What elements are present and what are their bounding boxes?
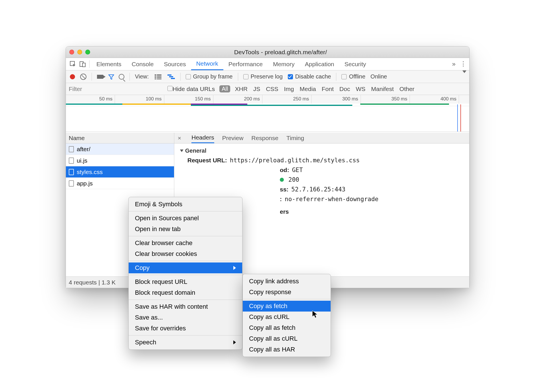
request-context-menu: Emoji & SymbolsOpen in Sources panelOpen… [128,197,242,350]
remote-address-value: 52.7.166.25:443 [291,186,345,193]
filter-type-other[interactable]: Other [399,86,414,92]
remote-address-label-tail: ss: [280,186,288,193]
status-summary: 4 requests | 1.3 K [69,279,116,286]
close-window-button[interactable] [69,50,74,54]
menu-item[interactable]: Save as HAR with content [129,301,242,312]
disable-cache-toggle[interactable]: Disable cache [288,73,331,80]
detail-tab-response[interactable]: Response [251,133,278,143]
more-tabs-icon[interactable]: » [452,60,456,68]
request-list-header[interactable]: Name [66,133,174,144]
panel-tab-console[interactable]: Console [127,58,159,70]
request-method-label-tail: od: [280,167,289,173]
timeline-tick: 250 ms [262,95,312,104]
referrer-policy-label-tail: : [280,196,282,203]
settings-menu-icon[interactable]: ⋮ [460,60,467,68]
detail-tab-preview[interactable]: Preview [222,133,244,143]
menu-item[interactable]: Save for overrides [129,323,242,334]
minimize-window-button[interactable] [77,50,82,54]
filter-type-all[interactable]: All [219,85,230,92]
request-row[interactable]: styles.css [66,166,174,178]
clear-button[interactable] [80,74,86,80]
menu-item[interactable]: Copy response [243,287,331,298]
hide-data-urls-toggle[interactable]: Hide data URLs [167,86,215,92]
response-headers-label-tail: ers [280,208,289,215]
file-icon [69,180,74,187]
status-dot-icon [280,178,284,182]
throttling-select[interactable]: Online [371,73,387,80]
filter-type-ws[interactable]: WS [356,86,365,92]
view-label: View: [135,73,149,80]
search-icon[interactable] [119,74,124,80]
request-row[interactable]: after/ [66,144,174,155]
panel-tab-elements[interactable]: Elements [91,58,127,70]
filter-types: XHRJSCSSImgMediaFontDocWSManifestOther [235,86,414,92]
panel-tab-application[interactable]: Application [300,58,339,70]
screenshot-icon[interactable] [97,75,103,79]
panel-tab-sources[interactable]: Sources [159,58,191,70]
timeline-tick: 350 ms [361,95,410,104]
filter-type-doc[interactable]: Doc [339,86,350,92]
status-code-value: 200 [288,176,299,183]
filter-type-img[interactable]: Img [284,86,294,92]
filter-toggle-icon[interactable] [108,74,114,79]
timeline-tick: 300 ms [312,95,361,104]
menu-item[interactable]: Open in new tab [129,224,242,235]
offline-toggle[interactable]: Offline [341,73,365,80]
menu-item[interactable]: Clear browser cache [129,238,242,248]
device-toolbar-icon[interactable] [78,58,88,70]
preserve-log-toggle[interactable]: Preserve log [243,73,283,80]
detail-tab-timing[interactable]: Timing [286,133,304,143]
network-main: Name after/ui.jsstyles.cssapp.js × Heade… [66,133,469,276]
filter-type-xhr[interactable]: XHR [235,86,247,92]
request-name: after/ [77,146,90,153]
panel-tab-network[interactable]: Network [191,58,223,70]
submenu-arrow-icon [233,340,236,344]
filter-type-js[interactable]: JS [253,86,260,92]
inspect-element-icon[interactable] [68,58,78,70]
menu-item[interactable]: Copy all as cURL [243,333,331,344]
panel-tab-memory[interactable]: Memory [268,58,300,70]
filter-input[interactable] [69,86,163,92]
record-button[interactable] [70,74,75,79]
view-waterfall-icon[interactable] [167,73,175,80]
menu-item[interactable]: Save as... [129,312,242,323]
detail-tab-headers[interactable]: Headers [191,133,214,143]
svg-rect-4 [157,74,161,76]
general-section-header[interactable]: General [180,147,464,154]
throttling-dropdown-icon[interactable] [462,70,466,73]
menu-item[interactable]: Block request URL [129,276,242,287]
menu-item[interactable]: Copy link address [243,276,331,287]
file-icon [69,146,74,152]
timeline-tick: 100 ms [115,95,164,104]
timeline-tick: 150 ms [164,95,213,104]
zoom-window-button[interactable] [85,50,90,54]
window-title: DevTools - preload.glitch.me/after/ [95,49,466,56]
request-row[interactable]: ui.js [66,155,174,166]
filter-type-manifest[interactable]: Manifest [371,86,394,92]
menu-item[interactable]: Speech [129,337,242,348]
submenu-arrow-icon [233,266,236,270]
menu-item[interactable]: Copy [129,262,242,273]
svg-rect-11 [171,78,175,79]
group-by-frame-toggle[interactable]: Group by frame [186,73,233,80]
menu-item[interactable]: Block request domain [129,287,242,298]
menu-item[interactable]: Copy as fetch [243,301,331,312]
menu-item[interactable]: Clear browser cookies [129,248,242,259]
panel-tab-performance[interactable]: Performance [223,58,268,70]
close-details-icon[interactable]: × [178,135,183,142]
menu-item[interactable]: Copy all as fetch [243,322,331,333]
svg-rect-2 [82,63,85,67]
titlebar: DevTools - preload.glitch.me/after/ [66,47,469,58]
network-timeline[interactable]: 50 ms100 ms150 ms200 ms250 ms300 ms350 m… [66,95,469,132]
request-row[interactable]: app.js [66,178,174,189]
menu-item[interactable]: Open in Sources panel [129,213,242,224]
filter-type-css[interactable]: CSS [266,86,278,92]
filter-type-font[interactable]: Font [322,86,334,92]
menu-item[interactable]: Copy all as HAR [243,344,331,355]
view-large-icon[interactable] [154,73,162,80]
file-icon [69,169,74,175]
timeline-tick: 400 ms [410,95,459,104]
panel-tab-security[interactable]: Security [339,58,371,70]
filter-type-media[interactable]: Media [300,86,316,92]
menu-item[interactable]: Emoji & Symbols [129,199,242,210]
